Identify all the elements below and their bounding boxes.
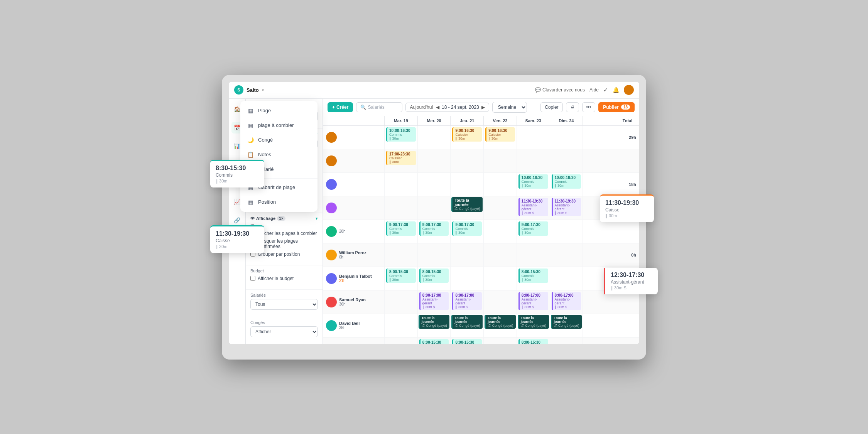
publish-button[interactable]: Publier 18 — [598, 102, 635, 112]
shift-cell[interactable]: 8:00-15:30 Commis ‖ 30m — [418, 338, 451, 344]
shift-cell[interactable]: 11:30-19:30 Assistant-gérant ‖ 30m $ — [517, 196, 550, 220]
shift-card[interactable]: Toute la journée 🏖 Congé (payé) — [551, 315, 582, 329]
shift-cell[interactable] — [385, 314, 418, 337]
shift-cell[interactable] — [517, 149, 550, 172]
shift-cell[interactable] — [385, 338, 418, 344]
shift-cell[interactable] — [583, 220, 616, 243]
shift-cell[interactable]: Toute la journée 🏖 Congé (payé) — [550, 314, 583, 337]
shift-cell[interactable] — [385, 196, 418, 220]
shift-cell[interactable] — [550, 220, 583, 243]
shift-cell[interactable]: 8:00-15:30 Commis ‖ 30m — [517, 267, 550, 290]
shift-card[interactable]: 11:30-19:30 Assistant-gérant ‖ 30m $ — [518, 198, 548, 216]
shift-cell[interactable] — [484, 220, 517, 243]
copy-button[interactable]: Copier — [540, 102, 562, 112]
shift-card[interactable]: 9:00-17:30 Commis ‖ 30m — [518, 221, 548, 236]
shift-cell[interactable]: Toute la journée 🏖 Congé (payé) — [418, 314, 451, 337]
shift-card[interactable]: Toute la journée 🏖 Congé (payé) — [518, 315, 549, 329]
shift-cell[interactable]: Toute la journée 🏖 Congé (payé) — [451, 196, 484, 220]
bell-icon[interactable]: 🔔 — [613, 87, 619, 93]
shift-cell[interactable] — [385, 173, 418, 196]
shift-cell[interactable] — [418, 243, 451, 267]
nav-link[interactable]: 🔗 — [231, 214, 243, 226]
shift-card[interactable]: 11:30-19:30 Assistant-gérant ‖ 30m $ — [552, 198, 581, 216]
shift-card[interactable]: 8:00-15:30 Commis ‖ 30m — [452, 339, 482, 344]
shift-cell[interactable]: 8:00-15:30 Commis ‖ 30m — [385, 267, 418, 290]
shift-cell[interactable]: 9:00-17:30 Commis ‖ 30m — [385, 220, 418, 243]
shift-cell[interactable]: 9:00-17:30 Commis ‖ 30m — [451, 220, 484, 243]
today-button[interactable]: Aujourd'hui — [409, 105, 434, 110]
shift-cell[interactable] — [418, 196, 451, 220]
shift-cell[interactable]: 8:00-17:00 Assistant-gérant ‖ 30m $ — [517, 290, 550, 314]
shift-card[interactable]: 8:00-15:30 Commis ‖ 30m — [518, 269, 548, 283]
shift-cell[interactable] — [583, 173, 616, 196]
shift-cell[interactable] — [484, 173, 517, 196]
shift-cell[interactable]: 8:00-15:30 Commis ‖ 30m — [517, 338, 550, 344]
shift-card[interactable]: 10:00-16:30 Commis ‖ 30m — [518, 174, 548, 189]
shift-card[interactable]: 8:00-15:30 Commis ‖ 30m — [419, 339, 449, 344]
shift-card[interactable]: 10:00-16:30 Commis ‖ 30m — [386, 127, 416, 142]
shift-cell[interactable]: 10:00-16:30 Commis ‖ 30m — [550, 173, 583, 196]
shift-cell[interactable] — [418, 173, 451, 196]
shift-card[interactable]: Toute la journée 🏖 Congé (payé) — [451, 197, 483, 212]
shift-cell[interactable] — [451, 173, 484, 196]
shift-cell[interactable] — [484, 196, 517, 220]
shift-cell[interactable] — [484, 290, 517, 314]
shift-card[interactable]: 8:00-17:00 Assistant-gérant ‖ 30m $ — [552, 292, 581, 310]
more-button[interactable]: ••• — [582, 102, 596, 112]
shift-cell[interactable] — [550, 338, 583, 344]
shift-cell[interactable] — [583, 314, 616, 337]
view-select[interactable]: Semaine — [492, 102, 527, 113]
shift-card[interactable]: 10:00-16:30 Commis ‖ 30m — [552, 174, 581, 189]
shift-cell[interactable] — [385, 243, 418, 267]
shift-cell[interactable]: Toute la journée 🏖 Congé (payé) — [484, 314, 517, 337]
shift-cell[interactable] — [550, 243, 583, 267]
shift-cell[interactable] — [418, 149, 451, 172]
shift-cell[interactable] — [517, 243, 550, 267]
search-bar[interactable]: 🔍 Salariés — [356, 102, 402, 112]
option-budget[interactable]: Afficher le budget — [250, 275, 318, 282]
shift-cell[interactable]: 11:30-19:30 Assistant-gérant ‖ 30m $ — [550, 196, 583, 220]
shift-cell[interactable]: Toute la journée 🏖 Congé (payé) — [451, 314, 484, 337]
salaries-select[interactable]: Tous — [250, 299, 318, 310]
shift-card[interactable]: 9:00-16:30 Caissier ‖ 30m — [485, 127, 515, 142]
create-button[interactable]: + Créer — [328, 102, 353, 112]
shift-cell[interactable] — [484, 338, 517, 344]
shift-cell[interactable]: 8:00-15:30 Commis ‖ 30m — [451, 338, 484, 344]
shift-cell[interactable] — [484, 267, 517, 290]
shift-cell[interactable]: 9:00-16:30 Caissier ‖ 30m — [451, 126, 484, 149]
shift-cell[interactable]: 8:00-17:00 Assistant-gérant ‖ 30m $ — [550, 290, 583, 314]
shift-cell[interactable] — [550, 149, 583, 172]
shift-card[interactable]: 9:00-17:30 Commis ‖ 30m — [419, 221, 449, 236]
shift-cell[interactable] — [583, 243, 616, 267]
shift-card[interactable]: 8:00-15:30 Commis ‖ 30m — [386, 269, 416, 283]
shift-card[interactable]: Toute la journée 🏖 Congé (payé) — [419, 315, 450, 329]
shift-cell[interactable]: 9:00-17:30 Commis ‖ 30m — [517, 220, 550, 243]
check-icon[interactable]: ✓ — [603, 87, 608, 93]
shift-cell[interactable]: 8:00-17:00 Assistant-gérant ‖ 30m $ — [451, 290, 484, 314]
chat-button[interactable]: 💬 Clavarder avec nous — [535, 87, 585, 93]
affichage-toggle[interactable]: ▾ — [316, 216, 318, 221]
shift-cell[interactable] — [451, 243, 484, 267]
shift-cell[interactable]: 8:00-15:30 Commis ‖ 30m — [418, 267, 451, 290]
shift-card[interactable]: Toute la journée 🏖 Congé (payé) — [485, 315, 516, 329]
help-button[interactable]: Aide — [589, 87, 599, 93]
conges-select[interactable]: Afficher — [250, 326, 318, 337]
shift-card[interactable]: 8:00-15:30 Commis ‖ 30m — [419, 269, 449, 283]
shift-card[interactable]: 9:00-17:30 Commis ‖ 30m — [386, 221, 416, 236]
shift-cell[interactable] — [418, 126, 451, 149]
shift-card[interactable]: 8:00-17:00 Assistant-gérant ‖ 30m $ — [419, 292, 449, 310]
shift-card[interactable]: 8:00-15:30 Commis ‖ 30m — [518, 339, 548, 344]
next-button[interactable]: ▶ — [481, 105, 486, 110]
shift-cell[interactable]: 17:00-23:30 Caissier ‖ 30m — [385, 149, 418, 172]
shift-card[interactable]: 17:00-23:30 Caissier ‖ 30m — [386, 151, 416, 165]
print-button[interactable]: 🖨 — [566, 102, 579, 112]
shift-card[interactable]: 9:00-17:30 Commis ‖ 30m — [452, 221, 482, 236]
shift-cell[interactable] — [550, 126, 583, 149]
shift-cell[interactable] — [484, 149, 517, 172]
shift-cell[interactable]: Toute la journée 🏖 Congé (payé) — [517, 314, 550, 337]
shift-card[interactable]: 8:00-17:00 Assistant-gérant ‖ 30m $ — [452, 292, 482, 310]
user-avatar[interactable] — [624, 85, 634, 95]
shift-cell[interactable] — [550, 267, 583, 290]
shift-cell[interactable]: 9:00-16:30 Caissier ‖ 30m — [484, 126, 517, 149]
shift-cell[interactable] — [583, 149, 616, 172]
